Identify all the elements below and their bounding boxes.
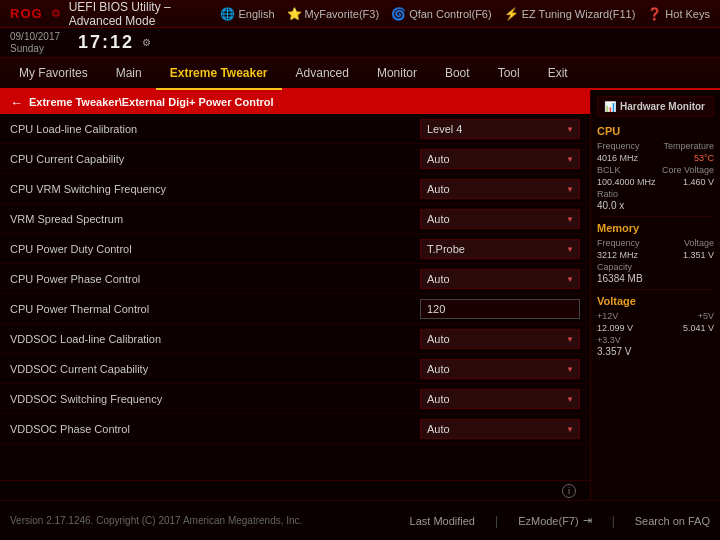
hw-cpu-temp-label: Temperature [663, 141, 714, 151]
vddsoc-phase-control-label: VDDSOC Phase Control [10, 423, 420, 435]
myfavorite-label: MyFavorite(F3) [305, 8, 380, 20]
hw-cpu-bclk-label: BCLK [597, 165, 621, 175]
hw-volt-5-label: +5V [698, 311, 714, 321]
vddsoc-phase-control-select[interactable]: Auto [420, 419, 580, 439]
date-value: 09/10/2017 [10, 31, 60, 43]
top-bar-items: 🌐 English ⭐ MyFavorite(F3) 🌀 Qfan Contro… [220, 7, 710, 21]
nav-advanced[interactable]: Advanced [282, 57, 363, 89]
vddsoc-load-line-select[interactable]: Auto [420, 329, 580, 349]
cpu-power-duty-control-select[interactable]: T.Probe Auto Extreme [420, 239, 580, 259]
qfan-label: Qfan Control(F6) [409, 8, 492, 20]
hw-cpu-ratio-label: Ratio [597, 189, 714, 199]
nav-menu: My Favorites Main Extreme Tweaker Advanc… [0, 58, 720, 90]
hw-monitor-icon: 📊 [604, 101, 616, 112]
hw-mem-capacity-value: 16384 MB [597, 273, 714, 284]
setting-row-cpu-thermal-control: CPU Power Thermal Control [0, 294, 590, 324]
hw-cpu-freq-value-row: 4016 MHz 53°C [597, 153, 714, 163]
hw-cpu-section-title: CPU [597, 125, 714, 137]
language-selector[interactable]: 🌐 English [220, 7, 274, 21]
search-faq-button[interactable]: Search on FAQ [635, 515, 710, 527]
datetime-bar: 09/10/2017 Sunday 17:12 ⚙ [0, 28, 720, 58]
hw-memory-section-title: Memory [597, 222, 714, 234]
bottom-bar: i [0, 480, 590, 500]
hw-cpu-temp-value: 53°C [694, 153, 714, 163]
setting-row-cpu-power-duty-control: CPU Power Duty Control T.Probe Auto Extr… [0, 234, 590, 264]
hw-mem-volt-value: 1.351 V [683, 250, 714, 260]
rog-icon: ⚙ [51, 7, 61, 20]
cpu-current-capability-label: CPU Current Capability [10, 153, 420, 165]
hot-keys-label: Hot Keys [665, 8, 710, 20]
rog-logo: ROG [10, 6, 43, 21]
vddsoc-load-line-wrapper: Auto [420, 329, 580, 349]
footer-divider-1: | [495, 514, 498, 528]
ez-tuning-icon: ⚡ [504, 7, 519, 21]
cpu-load-line-select[interactable]: Level 4 Auto Level 1 Level 2 Level 3 Lev… [420, 119, 580, 139]
hw-cpu-freq-label: Frequency [597, 141, 640, 151]
footer: Version 2.17.1246. Copyright (C) 2017 Am… [0, 500, 720, 540]
cpu-power-phase-control-select[interactable]: Auto [420, 269, 580, 289]
vrm-spread-spectrum-select[interactable]: Auto [420, 209, 580, 229]
content-area: ← Extreme Tweaker\External Digi+ Power C… [0, 90, 720, 500]
breadcrumb: ← Extreme Tweaker\External Digi+ Power C… [0, 90, 590, 114]
nav-tool[interactable]: Tool [484, 57, 534, 89]
hw-cpu-bclk-row: BCLK Core Voltage [597, 165, 714, 175]
ez-mode-icon: ⇥ [583, 514, 592, 527]
nav-extreme-tweaker[interactable]: Extreme Tweaker [156, 58, 282, 90]
setting-row-vddsoc-load-line: VDDSOC Load-line Calibration Auto [0, 324, 590, 354]
info-icon[interactable]: i [562, 484, 576, 498]
nav-my-favorites[interactable]: My Favorites [5, 57, 102, 89]
hw-mem-freq-label: Frequency [597, 238, 640, 248]
nav-exit[interactable]: Exit [534, 57, 582, 89]
qfan-icon: 🌀 [391, 7, 406, 21]
setting-row-cpu-power-phase-control: CPU Power Phase Control Auto [0, 264, 590, 294]
cpu-current-capability-select[interactable]: Auto [420, 149, 580, 169]
clock-settings-icon[interactable]: ⚙ [142, 37, 151, 48]
vddsoc-switching-frequency-select[interactable]: Auto [420, 389, 580, 409]
hardware-monitor-panel: 📊 Hardware Monitor CPU Frequency Tempera… [590, 90, 720, 500]
top-bar: ROG ⚙ UEFI BIOS Utility – Advanced Mode … [0, 0, 720, 28]
hw-volt-12-5-row: +12V +5V [597, 311, 714, 321]
hw-mem-volt-label: Voltage [684, 238, 714, 248]
hw-cpu-bclk-value-row: 100.4000 MHz 1.460 V [597, 177, 714, 187]
nav-monitor[interactable]: Monitor [363, 57, 431, 89]
language-label: English [238, 8, 274, 20]
cpu-vrm-frequency-select[interactable]: Auto [420, 179, 580, 199]
qfan-button[interactable]: 🌀 Qfan Control(F6) [391, 7, 492, 21]
bios-title: UEFI BIOS Utility – Advanced Mode [69, 0, 213, 28]
day-value: Sunday [10, 43, 60, 55]
cpu-load-line-select-wrapper: Level 4 Auto Level 1 Level 2 Level 3 Lev… [420, 119, 580, 139]
copyright-text: Version 2.17.1246. Copyright (C) 2017 Am… [10, 515, 302, 526]
nav-boot[interactable]: Boot [431, 57, 484, 89]
myfavorite-button[interactable]: ⭐ MyFavorite(F3) [287, 7, 380, 21]
hw-volt-12-value: 12.099 V [597, 323, 633, 333]
back-arrow-icon[interactable]: ← [10, 95, 23, 110]
main-panel: ← Extreme Tweaker\External Digi+ Power C… [0, 90, 590, 500]
vddsoc-current-capability-label: VDDSOC Current Capability [10, 363, 420, 375]
vddsoc-current-capability-wrapper: Auto [420, 359, 580, 379]
hw-monitor-title: 📊 Hardware Monitor [597, 96, 714, 117]
ez-mode-button[interactable]: EzMode(F7) ⇥ [518, 514, 592, 527]
cpu-thermal-control-input[interactable] [420, 299, 580, 319]
footer-actions: Last Modified | EzMode(F7) ⇥ | Search on… [410, 514, 710, 528]
vrm-spread-spectrum-label: VRM Spread Spectrum [10, 213, 420, 225]
vddsoc-current-capability-select[interactable]: Auto [420, 359, 580, 379]
setting-row-vddsoc-switching-frequency: VDDSOC Switching Frequency Auto [0, 384, 590, 414]
footer-divider-2: | [612, 514, 615, 528]
hw-volt-12-label: +12V [597, 311, 618, 321]
cpu-current-capability-wrapper: Auto [420, 149, 580, 169]
hot-keys-button[interactable]: ❓ Hot Keys [647, 7, 710, 21]
hw-mem-freq-value-row: 3212 MHz 1.351 V [597, 250, 714, 260]
cpu-power-duty-control-label: CPU Power Duty Control [10, 243, 420, 255]
hw-cpu-bclk-value: 100.4000 MHz [597, 177, 656, 187]
hw-volt-33-label: +3.3V [597, 335, 714, 345]
cpu-power-phase-control-label: CPU Power Phase Control [10, 273, 420, 285]
nav-main[interactable]: Main [102, 57, 156, 89]
hw-cpu-corevolt-label: Core Voltage [662, 165, 714, 175]
cpu-vrm-frequency-label: CPU VRM Switching Frequency [10, 183, 420, 195]
ez-tuning-button[interactable]: ⚡ EZ Tuning Wizard(F11) [504, 7, 636, 21]
vrm-spread-spectrum-wrapper: Auto [420, 209, 580, 229]
settings-list: CPU Load-line Calibration Level 4 Auto L… [0, 114, 590, 480]
vddsoc-load-line-label: VDDSOC Load-line Calibration [10, 333, 420, 345]
time-display: 17:12 [78, 32, 134, 53]
setting-row-vddsoc-current-capability: VDDSOC Current Capability Auto [0, 354, 590, 384]
